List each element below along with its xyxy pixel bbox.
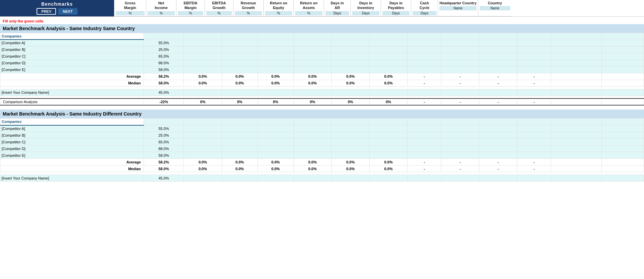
s2-comp-c-name[interactable]: [Competitor C] bbox=[0, 139, 144, 145]
s1-comp-b-name[interactable]: [Competitor B] bbox=[0, 46, 144, 53]
s1-spacer bbox=[0, 86, 644, 89]
s2-avg-gm: 58.2% bbox=[144, 159, 184, 165]
s1-ch-rg bbox=[293, 33, 331, 40]
s2-comp-d-gm[interactable]: 88.0% bbox=[144, 145, 184, 152]
s2-med-re: 0.0% bbox=[331, 165, 369, 172]
s1-comp-d-name[interactable]: [Competitor D] bbox=[0, 60, 144, 66]
s2-med-ni: 0.0% bbox=[184, 165, 222, 172]
s1-average-label: Average bbox=[0, 73, 144, 80]
s1-comp-b-gm[interactable]: 25.0% bbox=[144, 46, 184, 53]
s1-comp-di: - bbox=[441, 98, 479, 105]
col-name-days-inventory: Days inInventory bbox=[358, 1, 374, 10]
s1-comp-d-gm[interactable]: 88.0% bbox=[144, 60, 184, 66]
s1-ch-em bbox=[222, 33, 258, 40]
s1-avg-ra: 0.0% bbox=[370, 73, 408, 80]
s2-avg-em: 0.0% bbox=[222, 159, 258, 165]
col-unit-cash-cycle: Days bbox=[413, 11, 436, 15]
nav-buttons: PREV NEXT bbox=[37, 8, 77, 15]
s1-comparison-label: Comparison Analysis bbox=[0, 98, 144, 105]
s2-med-dar: - bbox=[408, 165, 441, 172]
s1-comp-cc: - bbox=[517, 98, 551, 105]
col-unit-revenue-growth: % bbox=[235, 11, 262, 15]
col-unit-return-assets: % bbox=[295, 11, 322, 15]
s1-med-em: 0.0% bbox=[222, 80, 258, 86]
section-spacer bbox=[0, 106, 644, 110]
s1-comp-e-gm[interactable]: 58.0% bbox=[144, 66, 184, 73]
s2-competitor-d: [Competitor D] 88.0% bbox=[0, 145, 644, 152]
s2-comp-e-gm[interactable]: 58.0% bbox=[144, 152, 184, 159]
next-button[interactable]: NEXT bbox=[58, 8, 77, 15]
s2-competitor-e: [Competitor E] 58.0% bbox=[0, 152, 644, 159]
s1-comp-a-rg[interactable] bbox=[293, 40, 331, 46]
s2-comp-c-gm[interactable]: 65.0% bbox=[144, 139, 184, 145]
s1-comp-c-name[interactable]: [Competitor C] bbox=[0, 53, 144, 60]
s1-your-company-label[interactable]: [Insert Your Company Name] bbox=[0, 89, 144, 96]
s1-competitor-a: [Competitor A] 55.0% bbox=[0, 40, 644, 46]
s2-median-label: Median bbox=[0, 165, 144, 172]
s1-comp-a-eg[interactable] bbox=[258, 40, 293, 46]
section2-table: Companies [Competitor A] 55.0% bbox=[0, 118, 644, 182]
benchmarks-block: Benchmarks PREV NEXT bbox=[0, 0, 114, 16]
benchmarks-title: Benchmarks bbox=[41, 1, 73, 7]
s2-med-cc: - bbox=[517, 165, 551, 172]
header-col-return-equity: Return onEquity % bbox=[263, 0, 293, 16]
s2-comp-a-gm[interactable]: 55.0% bbox=[144, 125, 184, 132]
s1-average-row: Average 58.2% 0.0% 0.0% 0.0% 0.0% 0.0% 0… bbox=[0, 73, 644, 80]
s1-comp-a-name[interactable]: [Competitor A] bbox=[0, 40, 144, 46]
s1-ch-re bbox=[331, 33, 369, 40]
s1-med-ra: 0.0% bbox=[370, 80, 408, 86]
s2-comp-d-name[interactable]: [Competitor D] bbox=[0, 145, 144, 152]
s1-your-company-gm[interactable]: 45.0% bbox=[144, 89, 184, 96]
s1-comp-a-em[interactable] bbox=[222, 40, 258, 46]
s2-comp-b-gm[interactable]: 25.0% bbox=[144, 132, 184, 139]
s2-your-company-label[interactable]: [Insert Your Company Name] bbox=[0, 175, 144, 182]
s2-companies-header-row: Companies bbox=[0, 119, 644, 125]
s1-ch-cc bbox=[517, 33, 551, 40]
s2-comp-a-name[interactable]: [Competitor A] bbox=[0, 125, 144, 132]
s1-comp-a-ni[interactable] bbox=[184, 40, 222, 46]
s1-comp-a-ra[interactable] bbox=[370, 40, 408, 46]
s1-comp-e-name[interactable]: [Competitor E] bbox=[0, 66, 144, 73]
s1-comp-a-dar[interactable] bbox=[408, 40, 441, 46]
s1-comp-a-dp[interactable] bbox=[479, 40, 517, 46]
col-name-days-ar: Days inAR bbox=[331, 1, 344, 10]
s2-companies-header-label: Companies bbox=[0, 119, 144, 125]
col-name-ebitda-margin: EBITDAMargin bbox=[184, 1, 198, 10]
s1-comp-a-gm[interactable]: 55.0% bbox=[144, 40, 184, 46]
s2-med-dp: - bbox=[479, 165, 517, 172]
s1-comp-a-cc[interactable] bbox=[517, 40, 551, 46]
s1-competitor-d: [Competitor D] 88.0% bbox=[0, 60, 644, 66]
s1-ch-hq bbox=[551, 33, 602, 40]
s1-avg-dp: - bbox=[479, 73, 517, 80]
header-bar: Benchmarks PREV NEXT GrossMargin % NetIn… bbox=[0, 0, 644, 17]
main-content: Fill only the green cells Market Benchma… bbox=[0, 17, 644, 183]
s1-comp-c-gm[interactable]: 65.0% bbox=[144, 53, 184, 60]
s2-competitor-c: [Competitor C] 65.0% bbox=[0, 139, 644, 145]
col-name-return-assets: Return onAssets bbox=[300, 1, 318, 10]
s1-comp-a-co[interactable] bbox=[602, 40, 644, 46]
s2-your-company-gm[interactable]: 45.0% bbox=[144, 175, 184, 182]
s1-comp-ni: 0% bbox=[184, 98, 222, 105]
s1-comp-rg: 0% bbox=[293, 98, 331, 105]
s2-avg-di: - bbox=[441, 159, 479, 165]
s1-ch-gm bbox=[144, 33, 184, 40]
s1-median-row: Median 58.0% 0.0% 0.0% 0.0% 0.0% 0.0% 0.… bbox=[0, 80, 644, 86]
s1-med-rg: 0.0% bbox=[293, 80, 331, 86]
section2-title: Market Benchmark Analysis - Same Industr… bbox=[0, 110, 644, 118]
s1-comp-re: 0% bbox=[331, 98, 369, 105]
col-unit-net-income: % bbox=[148, 11, 175, 15]
header-col-return-assets: Return onAssets % bbox=[293, 0, 324, 16]
s2-comp-e-name[interactable]: [Competitor E] bbox=[0, 152, 144, 159]
col-name-return-equity: Return onEquity bbox=[270, 1, 287, 10]
s1-comp-a-di[interactable] bbox=[441, 40, 479, 46]
s2-comp-b-name[interactable]: [Competitor B] bbox=[0, 132, 144, 139]
prev-button[interactable]: PREV bbox=[37, 8, 56, 15]
s1-comp-a-hq[interactable] bbox=[551, 40, 602, 46]
s1-avg-em: 0.0% bbox=[222, 73, 258, 80]
s2-med-rg: 0.0% bbox=[293, 165, 331, 172]
s1-competitor-b: [Competitor B] 25.0% bbox=[0, 46, 644, 53]
s2-med-di: - bbox=[441, 165, 479, 172]
s1-ch-dar bbox=[408, 33, 441, 40]
s1-comp-a-re[interactable] bbox=[331, 40, 369, 46]
s1-ch-co bbox=[602, 33, 644, 40]
